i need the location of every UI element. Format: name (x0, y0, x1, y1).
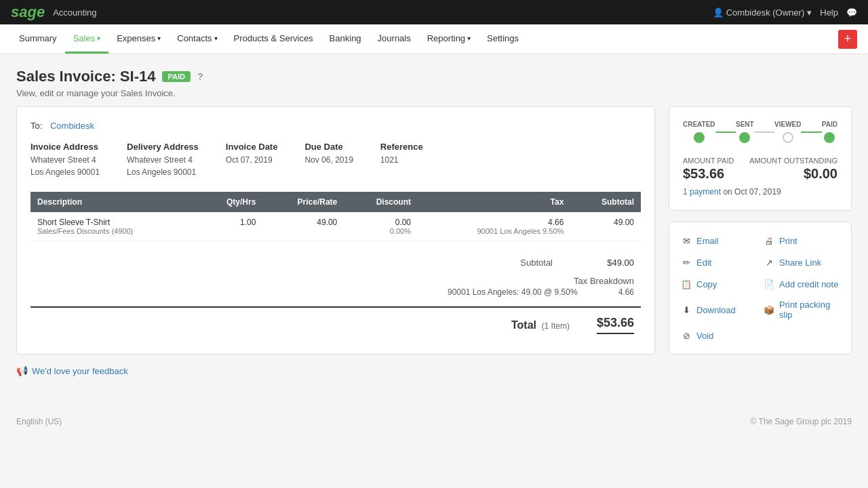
credit-note-icon: 📄 (763, 278, 775, 290)
invoice-panel: To: Combidesk Invoice Address Whatever S… (16, 106, 655, 354)
nav-settings[interactable]: Settings (479, 24, 527, 54)
tax-breakdown-row: 90001 Los Angeles: 49.00 @ 9.50% 4.66 (31, 287, 641, 301)
invoice-table: Description Qty/Hrs Price/Rate Discount … (31, 192, 641, 241)
nav-reporting[interactable]: Reporting▾ (419, 24, 479, 54)
user-label: Combidesk (Owner) (726, 7, 805, 18)
amount-outstanding-label: AMOUNT OUTSTANDING (749, 157, 837, 165)
status-panel: CREATED SENT VIEWED PAID (669, 106, 852, 211)
total-label: Total (511, 319, 536, 331)
to-name-link[interactable]: Combidesk (50, 121, 94, 131)
add-button[interactable]: + (838, 30, 857, 49)
row-subtotal: 49.00 (570, 212, 641, 241)
user-caret: ▾ (807, 7, 812, 18)
step-paid-dot (824, 132, 835, 143)
topbar-left: sage Accounting (11, 3, 96, 21)
amounts-row: AMOUNT PAID $53.66 AMOUNT OUTSTANDING $0… (683, 157, 837, 197)
invoice-date-block: Invoice Date Oct 07, 2019 (226, 142, 278, 178)
nav-banking[interactable]: Banking (321, 24, 370, 54)
total-row: Total (1 Item) $53.66 (31, 306, 641, 340)
nav-summary[interactable]: Summary (11, 24, 65, 54)
action-print-packing-slip-label: Print packing slip (779, 300, 840, 320)
subtotal-row: Subtotal $49.00 (31, 255, 641, 270)
sales-caret: ▾ (97, 35, 100, 42)
row-tax: 4.66 90001 Los Angeles 9.50% (418, 212, 570, 241)
amount-outstanding-block: AMOUNT OUTSTANDING $0.00 (749, 157, 837, 182)
nav-expenses[interactable]: Expenses▾ (108, 24, 169, 54)
step-paid: PAID (822, 121, 837, 143)
due-date-value: Nov 06, 2019 (304, 154, 353, 166)
content-wrapper: To: Combidesk Invoice Address Whatever S… (16, 106, 852, 354)
page-subtitle: View, edit or manage your Sales Invoice. (16, 88, 852, 98)
table-row: Short Sleeve T-Shirt Sales/Fees Discount… (31, 212, 641, 241)
due-date-block: Due Date Nov 06, 2019 (304, 142, 353, 178)
nav-journals[interactable]: Journals (370, 24, 419, 54)
page-title: Sales Invoice: SI-14 (16, 68, 155, 85)
action-void-label: Void (696, 331, 713, 341)
col-subtotal: Subtotal (570, 192, 641, 212)
action-print[interactable]: 🖨 Print (763, 233, 840, 248)
step-created-label: CREATED (683, 121, 715, 128)
col-qty: Qty/Hrs (197, 192, 263, 212)
status-steps: CREATED SENT VIEWED PAID (683, 121, 837, 143)
invoice-address-line2: Los Angeles 90001 (31, 166, 100, 178)
tax-breakdown-detail: 90001 Los Angeles: 49.00 @ 9.50% (448, 287, 578, 297)
action-share-link-label: Share Link (779, 258, 821, 268)
action-void[interactable]: ⊘ Void (680, 328, 757, 343)
footer-locale: English (US) (16, 417, 62, 426)
action-grid: ✉ Email 🖨 Print ✏ Edit ↗ Share Link (680, 233, 840, 343)
step-sent-dot (739, 132, 750, 143)
action-download[interactable]: ⬇ Download (680, 298, 757, 321)
invoice-date-value: Oct 07, 2019 (226, 154, 278, 166)
action-email-label: Email (696, 236, 719, 246)
page-header: Sales Invoice: SI-14 PAID ? View, edit o… (16, 68, 852, 98)
action-email[interactable]: ✉ Email (680, 233, 757, 248)
action-add-credit-note[interactable]: 📄 Add credit note (763, 277, 840, 291)
action-print-packing-slip[interactable]: 📦 Print packing slip (763, 298, 840, 321)
tax-breakdown-label: Tax Breakdown (31, 270, 641, 287)
col-price: Price/Rate (262, 192, 344, 212)
edit-icon: ✏ (680, 256, 692, 268)
user-menu[interactable]: 👤 Combidesk (Owner) ▾ (713, 7, 812, 18)
nav-products[interactable]: Products & Services (226, 24, 321, 54)
invoice-address-block: Invoice Address Whatever Street 4 Los An… (31, 142, 100, 178)
tax-breakdown-value: 4.66 (618, 287, 634, 297)
subtotal-label: Subtotal (520, 258, 553, 268)
reference-block: Reference 1021 (380, 142, 423, 178)
step-viewed-dot (783, 132, 793, 143)
nav-contacts[interactable]: Contacts▾ (169, 24, 225, 54)
email-icon: ✉ (680, 235, 692, 247)
connector-1 (715, 131, 736, 133)
step-viewed: VIEWED (774, 121, 801, 143)
payment-link[interactable]: 1 payment (683, 187, 721, 197)
feedback-row[interactable]: 📢 We'd love your feedback (16, 365, 852, 376)
subtotal-value: $49.00 (593, 258, 634, 268)
reference-value: 1021 (380, 154, 423, 166)
item-name: Short Sleeve T-Shirt (37, 218, 191, 227)
col-tax: Tax (418, 192, 570, 212)
help-circle-icon[interactable]: ? (197, 71, 203, 82)
expenses-caret: ▾ (157, 35, 161, 42)
action-edit-label: Edit (696, 258, 711, 268)
help-link[interactable]: Help (820, 7, 838, 18)
item-account: Sales/Fees Discounts (4900) (37, 227, 191, 235)
nav-sales[interactable]: Sales▾ (65, 24, 109, 54)
action-copy[interactable]: 📋 Copy (680, 277, 757, 291)
print-icon: 🖨 (763, 235, 775, 247)
page-title-row: Sales Invoice: SI-14 PAID ? (16, 68, 852, 85)
footer: English (US) © The Sage Group plc 2019 (0, 403, 868, 440)
right-panel: CREATED SENT VIEWED PAID (669, 106, 852, 354)
step-sent: SENT (736, 121, 754, 143)
sage-logo: sage (11, 3, 45, 21)
to-label: To: (31, 121, 42, 131)
chat-icon[interactable]: 💬 (846, 7, 857, 18)
action-add-credit-note-label: Add credit note (779, 279, 838, 289)
action-edit[interactable]: ✏ Edit (680, 255, 757, 270)
amount-paid-block: AMOUNT PAID $53.66 (683, 157, 734, 182)
step-created: CREATED (683, 121, 715, 143)
action-share-link[interactable]: ↗ Share Link (763, 255, 840, 270)
step-viewed-label: VIEWED (774, 121, 801, 128)
row-qty: 1.00 (197, 212, 263, 241)
address-row: Invoice Address Whatever Street 4 Los An… (31, 142, 641, 178)
delivery-address-block: Delivery Address Whatever Street 4 Los A… (127, 142, 199, 178)
col-description: Description (31, 192, 197, 212)
